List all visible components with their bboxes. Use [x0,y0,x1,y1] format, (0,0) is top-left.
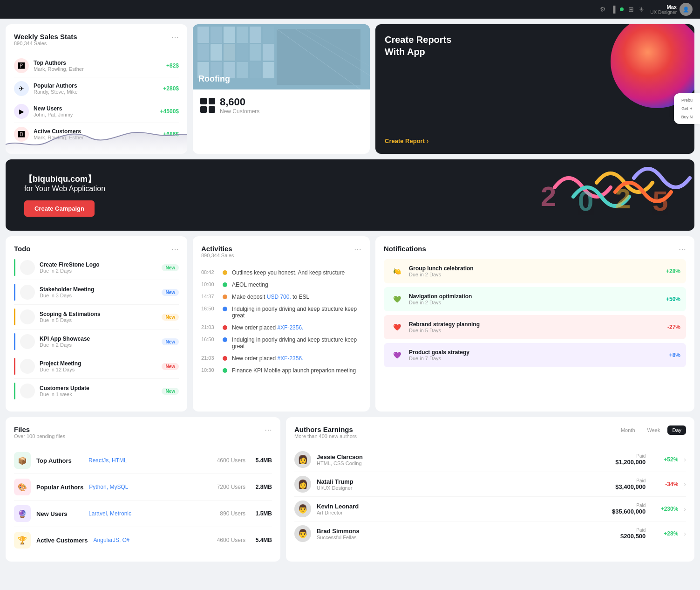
grid-icon[interactable]: ⊞ [628,6,634,13]
activity-item: 21:03 New order placed #XF-2356. [201,352,361,364]
author-paid-label: Paid [604,453,646,459]
tab-day[interactable]: Day [667,425,686,435]
todo-bar [14,358,15,375]
todo-item-due: Due in 2 Days [40,342,157,348]
user-name: Max [650,4,677,10]
topbar: ⚙ ▐ ⊞ ☀ Max UX Designer 👤 [0,0,700,19]
create-reports-title: Create Reports With App [385,34,685,58]
file-size: 1.5MB [251,510,272,517]
file-icon: 🏆 [14,532,31,549]
activity-time: 10:00 [201,281,218,287]
author-chevron-icon[interactable]: › [684,480,686,488]
author-paid-info: Paid $1,200,000 [604,453,646,466]
svg-rect-3 [224,27,235,43]
sales-chart [6,112,187,154]
author-chevron-icon[interactable]: › [684,530,686,537]
file-name: New Users [36,510,83,517]
row4: Files Over 100 pending files ⋯ 📦 Top Aut… [6,417,694,562]
todo-more-icon[interactable]: ⋯ [171,245,179,254]
author-paid-info: Paid $35,600,000 [604,503,646,515]
weekly-sales-card: Weekly Sales Stats 890,344 Sales ⋯ 🅿 Top… [6,24,187,154]
status-dot [620,7,624,11]
notif-pct: +8% [669,352,680,358]
roofing-bottom: 8,600 New Customers [193,89,370,121]
activity-item: 10:30 Finance KPI Mobile app launch prep… [201,364,361,377]
notif-info: Group lunch celebration Due in 2 Days [409,265,661,277]
activity-dot [223,270,227,275]
svg-rect-8 [211,44,222,61]
todo-item: Customers Update Due in 1 week New [14,379,179,403]
notifications-header: Notifications ⋯ [384,245,686,254]
author-chevron-icon[interactable]: › [684,456,686,463]
activity-text: Indulging in poorly driving and keep str… [232,306,361,319]
todo-bar [14,333,15,350]
file-item: 📦 Top Authors ReactJs, HTML 4600 Users 5… [14,447,272,474]
todo-item-info: Customers Update Due in 1 week [40,385,157,397]
todo-item-due: Due in 12 Days [40,367,157,372]
activity-item: 10:00 AEOL meeting [201,279,361,291]
author-paid-info: Paid $200,500 [604,528,646,540]
notif-due: Due in 2 Days [409,272,661,277]
right-panel-item[interactable]: Buy N [678,115,696,119]
right-panel-item[interactable]: Get H [678,106,696,111]
files-card: Files Over 100 pending files ⋯ 📦 Top Aut… [6,417,280,562]
right-panel-item[interactable]: Prebu [678,98,696,103]
create-report-link[interactable]: Create Report › [385,137,685,144]
activities-more-icon[interactable]: ⋯ [354,245,361,254]
svg-rect-19 [277,29,360,85]
authors-list: 👩 Jessie Clarcson HTML, CSS Coding Paid … [294,447,686,546]
notification-item: ❤️ Rebrand strategy planning Due in 5 Da… [384,315,686,339]
file-name: Active Customers [36,537,88,544]
notifications-more-icon[interactable]: ⋯ [679,245,686,254]
arrow-right-icon: › [427,137,428,144]
notif-name: Product goals strategy [409,349,665,356]
activity-link[interactable]: USD 700. [267,294,291,300]
activity-link[interactable]: #XF-2356. [277,324,303,331]
files-more-icon[interactable]: ⋯ [265,425,272,434]
file-users: 4600 Users [213,537,245,543]
author-paid-label: Paid [604,528,646,533]
activities-card: Activities 890,344 Sales ⋯ 08:42 Outline… [193,236,370,412]
popular-authors-icon: ✈ [14,81,29,96]
todo-item-due: Due in 5 Days [40,317,157,323]
create-campaign-button[interactable]: Create Campaign [24,200,95,217]
author-name: Brad Simmons [317,528,598,535]
author-role: Successful Fellas [317,535,598,540]
brightness-icon[interactable]: ☀ [639,6,645,13]
tab-week[interactable]: Week [643,425,665,435]
notif-pct: -27% [667,324,680,330]
weekly-sales-title: Weekly Sales Stats [14,33,77,41]
svg-rect-5 [250,27,261,43]
author-pct: +52% [655,456,678,463]
activities-list: 08:42 Outlines keep you honest. And keep… [201,267,361,377]
todo-header: Todo ⋯ [14,245,179,254]
todo-item-name: Stakeholder Meeting [40,286,157,293]
author-chevron-icon[interactable]: › [684,505,686,513]
activity-link[interactable]: #XF-2356. [277,355,303,362]
file-users: 7200 Users [213,484,245,490]
todo-item: Create FireStone Logo Due in 2 Days New [14,255,179,280]
roofing-stats: 8,600 New Customers [220,96,259,115]
todo-item-due: Due in 2 Days [40,268,157,274]
signal-icon[interactable]: ▐ [611,6,615,13]
todo-card: Todo ⋯ Create FireStone Logo Due in 2 Da… [6,236,187,412]
tab-month[interactable]: Month [616,425,640,435]
avatar[interactable]: 👤 [680,3,693,16]
activity-item: 21:03 New order placed #XF-2356. [201,322,361,334]
activity-item: 14:37 Make deposit USD 700. to ESL [201,291,361,303]
weekly-sales-more[interactable]: ⋯ [171,33,179,41]
todo-item: KPI App Showcase Due in 2 Days New [14,329,179,354]
popular-authors-info: Popular Authors Randy, Steve, Mike [34,82,158,95]
svg-text:5: 5 [652,185,668,215]
todo-items-list: Create FireStone Logo Due in 2 Days New … [14,255,179,403]
file-icon: 🎨 [14,479,31,495]
svg-rect-17 [250,62,261,78]
notifications-title: Notifications [384,245,426,253]
file-tech: ReactJs, HTML [88,457,207,464]
authors-earnings-card: Authors Earnings More than 400 new autho… [286,417,694,562]
search-icon[interactable]: ⚙ [600,6,606,13]
activity-text: New order placed #XF-2356. [232,324,303,331]
todo-item-badge: New [162,338,179,345]
notif-icon: ❤️ [389,320,404,335]
todo-item-badge: New [162,264,179,271]
